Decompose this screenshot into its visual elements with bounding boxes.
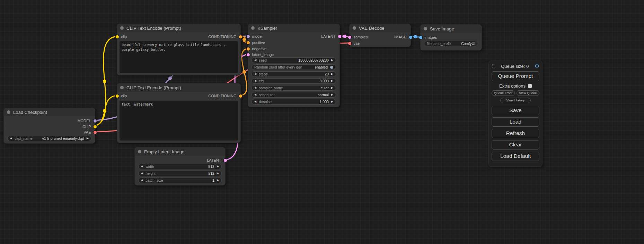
input-slot-model[interactable]: model xyxy=(248,34,262,39)
images-input-dot[interactable] xyxy=(419,36,422,39)
collapse-dot[interactable] xyxy=(7,110,10,114)
node-empty-latent-image[interactable]: Empty Latent Image LATENT ◀ width 512 ▶ … xyxy=(134,147,226,186)
view-history-button[interactable]: View History xyxy=(500,98,531,103)
increment-arrow-icon[interactable]: ▶ xyxy=(331,93,333,96)
decrement-arrow-icon[interactable]: ◀ xyxy=(141,179,143,182)
height-widget[interactable]: ◀ height 512 ▶ xyxy=(138,171,222,176)
input-slot-clip[interactable]: clip xyxy=(117,34,127,39)
node-title-bar[interactable]: Load Checkpoint xyxy=(4,108,95,116)
increment-arrow-icon[interactable]: ▶ xyxy=(331,59,333,62)
toggle-indicator-dot[interactable] xyxy=(330,66,333,69)
node-clip-text-encode-negative[interactable]: CLIP Text Encode (Prompt) clip CONDITION… xyxy=(117,83,241,143)
collapse-dot[interactable] xyxy=(353,26,356,30)
sampler-name-widget[interactable]: ◀ sampler_name euler ▶ xyxy=(252,85,336,91)
vae-input-dot[interactable] xyxy=(348,42,351,45)
increment-arrow-icon[interactable]: ▶ xyxy=(87,137,89,140)
output-slot-latent[interactable]: LATENT xyxy=(321,34,339,39)
load-default-button[interactable]: Load Default xyxy=(492,152,539,161)
output-slot-clip[interactable]: CLIP xyxy=(82,124,95,129)
input-slot-latent-image[interactable]: latent_image xyxy=(248,52,274,57)
decrement-arrow-icon[interactable]: ◀ xyxy=(254,93,256,96)
graph-canvas[interactable]: { "colors": { "model": "#B39DDB", "clip"… xyxy=(0,0,644,244)
samples-input-dot[interactable] xyxy=(348,36,351,39)
output-slot-model[interactable]: MODEL xyxy=(77,118,95,124)
save-button[interactable]: Save xyxy=(492,106,539,115)
cfg-widget[interactable]: ◀ cfg 8.000 ▶ xyxy=(252,78,336,84)
positive-input-dot[interactable] xyxy=(247,41,250,44)
clip-output-dot[interactable] xyxy=(94,125,97,128)
increment-arrow-icon[interactable]: ▶ xyxy=(331,87,333,89)
denoise-widget[interactable]: ◀ denoise 1.000 ▶ xyxy=(252,99,336,105)
image-output-dot[interactable] xyxy=(409,36,412,39)
latent-output-dot[interactable] xyxy=(338,35,341,38)
collapse-dot[interactable] xyxy=(138,150,141,153)
negative-input-dot[interactable] xyxy=(247,47,250,51)
latent-output-dot[interactable] xyxy=(224,159,227,162)
node-title-bar[interactable]: VAE Decode xyxy=(350,24,411,32)
input-slot-negative[interactable]: negative xyxy=(248,46,266,52)
increment-arrow-icon[interactable]: ▶ xyxy=(217,179,219,182)
clip-input-dot[interactable] xyxy=(116,94,119,98)
collapse-dot[interactable] xyxy=(120,26,124,30)
settings-gear-icon[interactable]: ⚙ xyxy=(535,63,539,69)
decrement-arrow-icon[interactable]: ◀ xyxy=(254,100,256,103)
input-slot-positive[interactable]: positive xyxy=(248,40,265,45)
drag-handle-icon[interactable]: ⠿ xyxy=(492,64,495,69)
steps-widget[interactable]: ◀ steps 20 ▶ xyxy=(252,71,336,77)
increment-arrow-icon[interactable]: ▶ xyxy=(217,165,219,168)
decrement-arrow-icon[interactable]: ◀ xyxy=(141,165,143,168)
increment-arrow-icon[interactable]: ▶ xyxy=(331,73,333,75)
collapse-dot[interactable] xyxy=(251,26,255,30)
collapse-dot[interactable] xyxy=(424,27,427,30)
extra-options-checkbox[interactable] xyxy=(528,84,532,88)
increment-arrow-icon[interactable]: ▶ xyxy=(331,100,333,103)
output-slot-conditioning[interactable]: CONDITIONING xyxy=(208,34,240,39)
vae-output-dot[interactable] xyxy=(94,131,97,134)
scheduler-widget[interactable]: ◀ scheduler normal ▶ xyxy=(252,92,336,98)
increment-arrow-icon[interactable]: ▶ xyxy=(331,80,333,82)
output-slot-vae[interactable]: VAE xyxy=(83,129,95,135)
node-title-bar[interactable]: Empty Latent Image xyxy=(135,147,225,156)
node-ksampler[interactable]: KSampler model positive negative latent_… xyxy=(248,24,340,107)
conditioning-output-dot[interactable] xyxy=(239,35,242,38)
view-queue-button[interactable]: View Queue xyxy=(517,90,540,96)
output-slot-image[interactable]: IMAGE xyxy=(394,34,411,40)
conditioning-output-dot[interactable] xyxy=(239,94,242,98)
ckpt-name-widget[interactable]: ◀ ckpt_name v1-5-pruned-emaonly.ckpt ▶ xyxy=(7,136,91,141)
input-slot-samples[interactable]: samples xyxy=(350,34,368,40)
output-slot-latent[interactable]: LATENT xyxy=(207,157,225,163)
node-title-bar[interactable]: CLIP Text Encode (Prompt) xyxy=(117,83,240,92)
input-slot-images[interactable]: images xyxy=(421,35,437,40)
node-vae-decode[interactable]: VAE Decode samples vae IMAGE xyxy=(349,24,411,47)
positive-prompt-textarea[interactable]: beautiful scenery nature glass bottle la… xyxy=(120,41,238,73)
decrement-arrow-icon[interactable]: ◀ xyxy=(254,80,256,82)
filename-prefix-widget[interactable]: filename_prefix ComfyUI xyxy=(424,41,478,46)
negative-prompt-textarea[interactable]: text, watermark xyxy=(120,101,238,141)
node-title-bar[interactable]: KSampler xyxy=(248,24,339,32)
decrement-arrow-icon[interactable]: ◀ xyxy=(254,87,256,89)
model-output-dot[interactable] xyxy=(94,119,97,123)
input-slot-vae[interactable]: vae xyxy=(350,40,360,46)
input-slot-clip[interactable]: clip xyxy=(117,93,127,99)
node-title-bar[interactable]: CLIP Text Encode (Prompt) xyxy=(117,24,240,32)
decrement-arrow-icon[interactable]: ◀ xyxy=(254,73,256,75)
queue-front-button[interactable]: Queue Front xyxy=(492,90,515,96)
output-slot-conditioning[interactable]: CONDITIONING xyxy=(208,93,240,99)
increment-arrow-icon[interactable]: ▶ xyxy=(217,172,219,175)
width-widget[interactable]: ◀ width 512 ▶ xyxy=(138,164,222,169)
decrement-arrow-icon[interactable]: ◀ xyxy=(10,137,12,140)
seed-widget[interactable]: ◀ seed 156680208700286 ▶ xyxy=(252,57,336,63)
queue-prompt-button[interactable]: Queue Prompt xyxy=(492,71,539,81)
load-button[interactable]: Load xyxy=(492,117,539,127)
random-seed-toggle-widget[interactable]: Random seed after every gen enabled xyxy=(252,64,336,70)
model-input-dot[interactable] xyxy=(247,35,250,38)
clip-input-dot[interactable] xyxy=(116,35,119,38)
node-title-bar[interactable]: Save Image xyxy=(421,25,482,33)
latent-image-input-dot[interactable] xyxy=(247,53,250,56)
refresh-button[interactable]: Refresh xyxy=(492,129,539,138)
collapse-dot[interactable] xyxy=(120,86,124,89)
node-load-checkpoint[interactable]: Load Checkpoint MODEL CLIP VAE ◀ ckpt_na… xyxy=(3,108,95,144)
batch-size-widget[interactable]: ◀ batch_size 1 ▶ xyxy=(138,178,222,183)
decrement-arrow-icon[interactable]: ◀ xyxy=(254,59,256,62)
node-clip-text-encode-positive[interactable]: CLIP Text Encode (Prompt) clip CONDITION… xyxy=(117,24,241,75)
